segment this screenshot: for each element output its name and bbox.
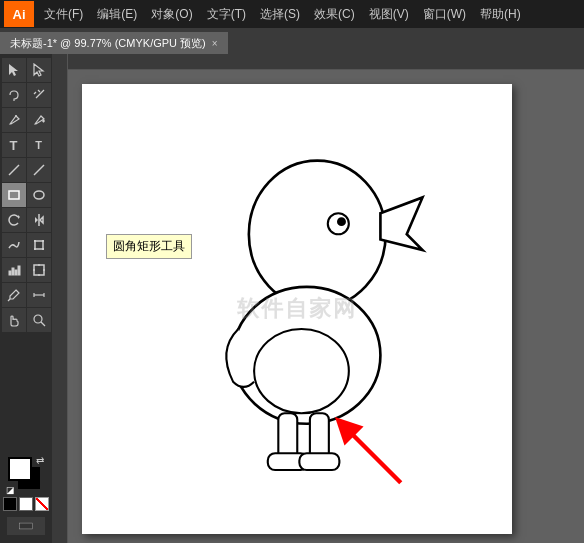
fill-color-box[interactable] (8, 457, 32, 481)
svg-rect-13 (35, 241, 43, 249)
tool-row-1 (0, 58, 52, 82)
measure-tool[interactable] (27, 283, 51, 307)
svg-rect-20 (15, 270, 17, 275)
zoom-tool[interactable] (27, 308, 51, 332)
menu-bar: 文件(F) 编辑(E) 对象(O) 文字(T) 选择(S) 效果(C) 视图(V… (38, 4, 527, 25)
white-swatch[interactable] (19, 497, 33, 511)
tool-row-3 (0, 108, 52, 132)
svg-point-34 (249, 161, 386, 308)
screen-mode-button[interactable] (7, 517, 45, 535)
svg-line-4 (38, 90, 40, 92)
svg-rect-19 (12, 268, 14, 275)
menu-edit[interactable]: 编辑(E) (91, 4, 143, 25)
select-tool[interactable] (2, 58, 26, 82)
title-bar: Ai 文件(F) 编辑(E) 对象(O) 文字(T) 选择(S) 效果(C) 视… (0, 0, 584, 28)
add-anchor-tool[interactable] (27, 108, 51, 132)
tool-row-hand (0, 308, 52, 332)
reflect-tool[interactable] (27, 208, 51, 232)
direct-select-tool[interactable] (27, 58, 51, 82)
tool-row-type: T T (0, 133, 52, 157)
tool-row-rotate (0, 208, 52, 232)
tool-row-2 (0, 83, 52, 107)
ai-logo: Ai (4, 1, 34, 27)
svg-rect-33 (19, 523, 32, 529)
bird-illustration (137, 129, 487, 529)
free-transform-tool[interactable] (27, 233, 51, 257)
toolbar: T T (0, 54, 52, 543)
svg-rect-18 (9, 271, 11, 275)
type-tool[interactable]: T (2, 133, 26, 157)
tool-row-line (0, 158, 52, 182)
svg-point-31 (34, 315, 42, 323)
svg-marker-0 (9, 64, 18, 76)
tool-row-warp (0, 233, 52, 257)
default-colors-icon[interactable]: ◪ (6, 485, 16, 495)
svg-line-3 (34, 92, 36, 94)
swap-colors-icon[interactable]: ⇄ (36, 455, 46, 465)
menu-help[interactable]: 帮助(H) (474, 4, 527, 25)
svg-rect-17 (42, 248, 44, 250)
svg-rect-15 (42, 240, 44, 242)
svg-line-8 (9, 165, 19, 175)
rotate-tool[interactable] (2, 208, 26, 232)
menu-view[interactable]: 视图(V) (363, 4, 415, 25)
lasso-tool[interactable] (2, 83, 26, 107)
svg-point-5 (15, 115, 17, 117)
menu-select[interactable]: 选择(S) (254, 4, 306, 25)
screen-mode-row (7, 517, 45, 535)
menu-file[interactable]: 文件(F) (38, 4, 89, 25)
vertical-ruler (52, 54, 68, 543)
graph-tool[interactable] (2, 258, 26, 282)
svg-rect-14 (34, 240, 36, 242)
menu-effect[interactable]: 效果(C) (308, 4, 361, 25)
svg-point-10 (34, 191, 44, 199)
arc-tool[interactable] (27, 158, 51, 182)
color-section: ⇄ ◪ (0, 453, 52, 539)
canvas-area[interactable]: 软件自家网 圆角矩形工具 (52, 54, 584, 543)
menu-type[interactable]: 文字(T) (201, 4, 252, 25)
tool-row-eyedrop (0, 283, 52, 307)
vertical-type-tool[interactable]: T (27, 133, 51, 157)
rectangle-tool[interactable] (2, 183, 26, 207)
svg-line-45 (345, 427, 401, 483)
tool-row-graph (0, 258, 52, 282)
tab-close-button[interactable]: × (212, 38, 218, 49)
pen-tool[interactable] (2, 108, 26, 132)
svg-marker-11 (18, 215, 20, 219)
active-tab[interactable]: 未标题-1* @ 99.77% (CMYK/GPU 预览) × (0, 32, 228, 54)
svg-rect-22 (34, 265, 44, 275)
menu-window[interactable]: 窗口(W) (417, 4, 472, 25)
red-arrow-indicator (322, 404, 412, 494)
svg-marker-1 (34, 64, 43, 76)
svg-point-36 (338, 218, 344, 224)
svg-rect-16 (34, 248, 36, 250)
artboard-tool[interactable] (27, 258, 51, 282)
tool-row-rect (0, 183, 52, 207)
magic-wand-tool[interactable] (27, 83, 51, 107)
svg-point-38 (254, 329, 349, 413)
svg-line-27 (8, 299, 10, 301)
artboard[interactable]: 软件自家网 (82, 84, 512, 534)
tab-bar: 未标题-1* @ 99.77% (CMYK/GPU 预览) × (0, 28, 584, 54)
ellipse-tool[interactable] (27, 183, 51, 207)
hand-tool[interactable] (2, 308, 26, 332)
svg-rect-21 (18, 266, 20, 275)
warp-tool[interactable] (2, 233, 26, 257)
color-boxes: ⇄ ◪ (8, 457, 44, 493)
menu-object[interactable]: 对象(O) (145, 4, 198, 25)
svg-rect-9 (9, 191, 19, 199)
horizontal-ruler (52, 54, 584, 70)
svg-line-32 (41, 322, 45, 326)
swatch-row (3, 497, 49, 511)
line-tool[interactable] (2, 158, 26, 182)
eyedropper-tool[interactable] (2, 283, 26, 307)
tab-label: 未标题-1* @ 99.77% (CMYK/GPU 预览) (10, 36, 206, 51)
main-area: T T (0, 54, 584, 543)
none-swatch[interactable] (35, 497, 49, 511)
black-swatch[interactable] (3, 497, 17, 511)
